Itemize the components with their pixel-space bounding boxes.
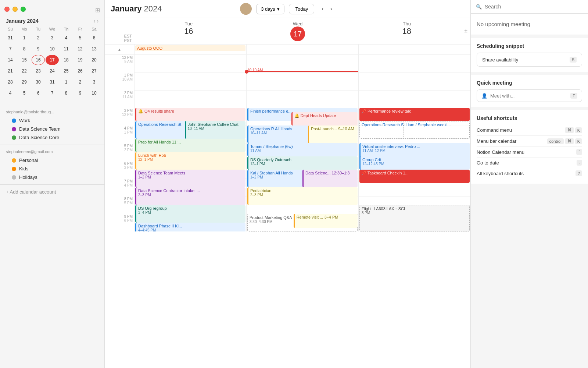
mini-cal-day[interactable]: 2 bbox=[32, 33, 45, 43]
mini-cal-day[interactable]: 3 bbox=[87, 77, 101, 87]
mini-cal-next[interactable]: › bbox=[97, 18, 98, 24]
mini-cal-day[interactable]: 1 bbox=[60, 77, 73, 87]
mini-cal-day[interactable]: 8 bbox=[60, 88, 73, 98]
event-time: 10–11 AM bbox=[188, 127, 244, 131]
mini-cal-day[interactable]: 9 bbox=[74, 88, 87, 98]
sidebar-toggle-icon[interactable]: ⊞ bbox=[95, 7, 100, 14]
mini-cal-day[interactable]: 10 bbox=[87, 88, 101, 98]
mini-cal-day[interactable]: 4 bbox=[60, 33, 73, 43]
calendar-event[interactable]: Post-Launch... 9–10 AM bbox=[308, 125, 358, 143]
view-selector[interactable]: 3 days ▾ bbox=[256, 4, 284, 14]
mini-cal-day[interactable]: 31 bbox=[4, 33, 17, 43]
mini-cal-day[interactable]: 5 bbox=[18, 88, 31, 98]
calendar-event[interactable]: Prep for All Hands 11:... bbox=[135, 139, 245, 152]
mini-cal-day[interactable]: 19 bbox=[74, 55, 87, 65]
maximize-button[interactable] bbox=[21, 7, 26, 12]
mini-cal-day[interactable]: 20 bbox=[87, 55, 101, 65]
add-calendar-btn[interactable]: + Add calendar account bbox=[0, 186, 104, 198]
calendar-data-science-core[interactable]: Data Science Core bbox=[6, 133, 98, 142]
prev-arrow[interactable]: ‹ bbox=[319, 4, 326, 14]
mini-cal-day[interactable]: 14 bbox=[4, 55, 17, 65]
calendar-personal[interactable]: Personal bbox=[6, 156, 98, 164]
calendar-data-science-team[interactable]: Data Science Team bbox=[6, 125, 98, 133]
search-input[interactable] bbox=[485, 4, 583, 10]
calendar-event[interactable]: 🔔 Dept Heads Update bbox=[291, 112, 358, 125]
calendar-event[interactable]: 📌 Performance review talk bbox=[359, 108, 470, 121]
mini-cal-day[interactable]: 8 bbox=[18, 44, 31, 54]
mini-cal-day[interactable]: 12 bbox=[74, 44, 87, 54]
account-section-1: stephanie@toolsforthoug... Work Data Sci… bbox=[0, 107, 104, 143]
key-cmd2: ⌘ bbox=[565, 138, 574, 144]
calendar-event[interactable]: Data Scienc... 12:30–1:3 bbox=[302, 170, 358, 187]
mini-cal-day[interactable]: 3 bbox=[46, 33, 59, 43]
meet-input-wrap: 👤 F bbox=[477, 89, 582, 102]
minimize-button[interactable] bbox=[12, 7, 18, 12]
calendar-kids[interactable]: Kids bbox=[6, 164, 98, 173]
personal-label: Personal bbox=[19, 158, 38, 163]
mini-cal-day[interactable]: 5 bbox=[74, 33, 87, 43]
mini-cal-day[interactable]: 7 bbox=[4, 44, 17, 54]
shortcut-label-all: All keyboard shortcuts bbox=[477, 171, 524, 176]
event-title: 📌 Taskboard Checkin 1... bbox=[361, 171, 468, 176]
calendar-event[interactable]: Data Science Contractor Intake: ...2–3 P… bbox=[135, 187, 245, 205]
mini-cal-day[interactable]: 10 bbox=[46, 44, 59, 54]
calendar-event[interactable]: DS Quarterly Outreach12–1 PM bbox=[247, 156, 358, 170]
mini-cal-day[interactable]: 26 bbox=[74, 66, 87, 76]
calendar-holidays[interactable]: Holidays bbox=[6, 173, 98, 181]
mini-cal-day[interactable]: 4 bbox=[4, 88, 17, 98]
calendar-event[interactable]: Dashboard Phase II Ki...4–4:45 PM bbox=[135, 223, 245, 231]
calendar-event[interactable]: Data Science Team Meets1–2 PM bbox=[135, 170, 245, 187]
mini-cal-day[interactable]: 25 bbox=[60, 66, 73, 76]
mini-cal-day[interactable]: 31 bbox=[46, 77, 59, 87]
calendar-event[interactable]: Pediatrician2–3 PM bbox=[247, 187, 358, 205]
calendar-event[interactable]: DS Org regroup3–4 PM bbox=[135, 205, 245, 223]
all-day-col-wed bbox=[246, 45, 358, 54]
add-event-button[interactable]: ± bbox=[461, 18, 470, 44]
calendar-event[interactable]: Tomás / Stephanie (6w)11 AM bbox=[247, 143, 358, 156]
calendar-event[interactable]: Group Crit12–12:45 PM bbox=[359, 156, 470, 170]
calendar-event[interactable]: 📌 Taskboard Checkin 1... bbox=[359, 170, 470, 183]
day-headers: Tue 16 Wed 17 Thu 18 bbox=[134, 18, 461, 44]
mini-cal-day[interactable]: 22 bbox=[18, 66, 31, 76]
close-button[interactable] bbox=[4, 7, 10, 12]
mini-cal-day[interactable]: 15 bbox=[18, 55, 31, 65]
dow-we: We bbox=[46, 26, 59, 32]
mini-cal-day[interactable]: 24 bbox=[46, 66, 59, 76]
augusto-ooo-event[interactable]: Augusto OOO bbox=[135, 45, 245, 51]
mini-cal-day[interactable]: 16 bbox=[32, 55, 45, 65]
mini-cal-day[interactable]: 28 bbox=[4, 77, 17, 87]
calendar-event[interactable]: Liam / Stephanie weekl... bbox=[404, 121, 470, 139]
mini-cal-prev[interactable]: ‹ bbox=[94, 18, 96, 24]
calendar-header: 3 days ▾ Today ‹ › January 2024 bbox=[105, 0, 470, 18]
mini-cal-day[interactable]: 7 bbox=[46, 88, 59, 98]
mini-cal-day[interactable]: 11 bbox=[60, 44, 73, 54]
mini-cal-day[interactable]: 27 bbox=[87, 66, 101, 76]
mini-cal-day[interactable]: 6 bbox=[32, 88, 45, 98]
mini-cal-day[interactable]: 13 bbox=[87, 44, 101, 54]
mini-cal-day[interactable]: 2 bbox=[74, 77, 87, 87]
mini-cal-day[interactable]: 18 bbox=[60, 55, 73, 65]
next-arrow[interactable]: › bbox=[327, 4, 335, 14]
mini-cal-day[interactable]: 17 bbox=[46, 55, 59, 65]
today-button[interactable]: Today bbox=[289, 4, 314, 14]
event-title: Flight: LA603 LAX→SCL bbox=[362, 206, 467, 211]
calendar-event[interactable]: 🔔 Q4 results share bbox=[135, 108, 245, 121]
event-title: Pediatrician bbox=[250, 188, 356, 193]
mini-cal-day[interactable]: 9 bbox=[32, 44, 45, 54]
mini-cal-day[interactable]: 1 bbox=[18, 33, 31, 43]
mini-cal-day[interactable]: 23 bbox=[32, 66, 45, 76]
calendar-event[interactable]: Lunch with Rob12–1 PM bbox=[135, 152, 245, 170]
mini-cal-day[interactable]: 6 bbox=[87, 33, 101, 43]
calendar-work[interactable]: Work bbox=[6, 116, 98, 125]
hour-line bbox=[135, 90, 246, 91]
user-avatar[interactable] bbox=[240, 3, 252, 15]
mini-cal-day[interactable]: 29 bbox=[18, 77, 31, 87]
meet-with-input[interactable] bbox=[490, 93, 567, 99]
current-time-line bbox=[247, 71, 358, 72]
mini-cal-day[interactable]: 30 bbox=[32, 77, 45, 87]
calendar-event[interactable]: Flight: LA603 LAX→SCL3 PM bbox=[359, 205, 470, 231]
share-availability-button[interactable]: Share availability S bbox=[477, 53, 582, 67]
calendar-event[interactable]: John:Stephanie Coffee Chat10–11 AM bbox=[185, 121, 245, 139]
mini-cal-day[interactable]: 21 bbox=[4, 66, 17, 76]
calendar-event[interactable]: Remote visit ... 3–4 PM bbox=[294, 214, 358, 228]
